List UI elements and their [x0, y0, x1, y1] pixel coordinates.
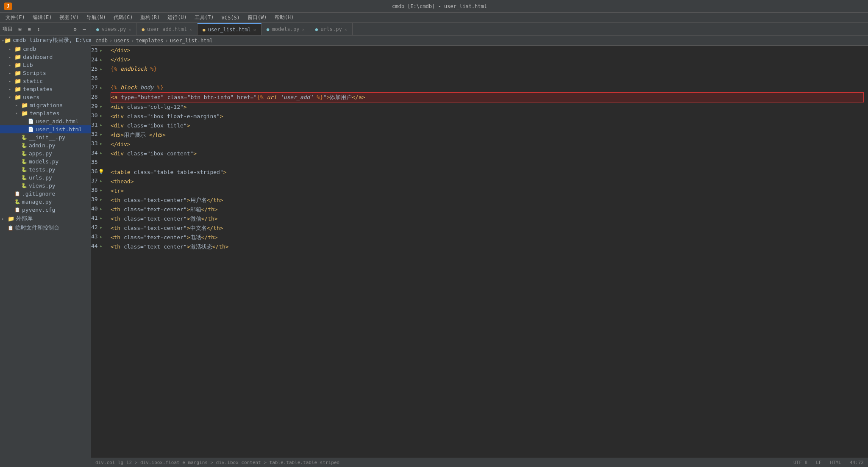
code-line-28: <a type="butten" class="btn btn-info" hr… [111, 92, 864, 102]
sidebar-item-templates[interactable]: ▸📁templates [0, 85, 91, 93]
status-bar: div.col-lg-12 > div.ibox.float-e-margins… [91, 458, 868, 467]
menu-item-文件[interactable]: 文件(F) [2, 13, 28, 22]
line-numbers: 2324252627282930313233343536373839404142… [91, 46, 98, 458]
sidebar-item-__init__.py[interactable]: 🐍__init__.py [0, 133, 91, 141]
gutter-icon-25: ▶ [98, 64, 105, 74]
gutter-icon-42: ▶ [98, 223, 105, 232]
line-number-36: 36 [91, 167, 98, 176]
gutter-icon-23: ▶ [98, 46, 105, 55]
menu-item-编辑[interactable]: 编辑(E) [29, 13, 56, 22]
sidebar-item-scratch[interactable]: 📋临时文件和控制台 [0, 223, 91, 232]
menu-bar: 文件(F)编辑(E)视图(V)导航(N)代码(C)重构(R)运行(U)工具(T)… [0, 13, 868, 23]
sidebar-item-apps.py[interactable]: 🐍apps.py [0, 149, 91, 158]
line-number-29: 29 [91, 102, 98, 111]
tab-close-user_add.html[interactable]: ✕ [189, 27, 192, 32]
gutter-icon-40: ▶ [98, 204, 105, 213]
sidebar-item-cmdb[interactable]: ▸📁cmdb [0, 45, 91, 53]
menu-item-导航[interactable]: 导航(N) [83, 13, 109, 22]
line-number-41: 41 [91, 213, 98, 223]
tab-close-views.py[interactable]: ✕ [128, 27, 131, 32]
tab-views.py[interactable]: ●views.py✕ [91, 23, 136, 35]
sidebar-item-users[interactable]: ▾📁users [0, 93, 91, 101]
tree-label: apps.py [29, 150, 52, 157]
sidebar-item-views.py[interactable]: 🐍views.py [0, 182, 91, 190]
sidebar-settings-btn[interactable]: ⚙ [71, 25, 79, 33]
line-number-27: 27 [91, 83, 98, 92]
sidebar-btn-3[interactable]: ↕ [35, 25, 42, 33]
line-number-35: 35 [91, 158, 98, 167]
code-line-25: {% endblock %} [111, 64, 864, 74]
tree-label: static [23, 78, 43, 84]
sidebar-item-user_add.html[interactable]: 📄user_add.html [0, 117, 91, 125]
sidebar-item-cmdb-root[interactable]: ▾📁cmdb library根目录, E:\cmdb [0, 36, 91, 45]
line-number-32: 32 [91, 130, 98, 139]
sidebar-item-models.py[interactable]: 🐍models.py [0, 158, 91, 166]
menu-item-视图[interactable]: 视图(V) [56, 13, 82, 22]
right-panel: ●views.py✕●user_add.html✕●user_list.html… [91, 23, 868, 467]
menu-item-窗口[interactable]: 窗口(W) [244, 13, 270, 22]
sidebar-minimize-btn[interactable]: — [81, 25, 88, 33]
code-line-40: <th class="text-center">邮箱</th> [111, 205, 864, 214]
tree-label: pyvenv.cfg [22, 207, 55, 213]
line-number-30: 30 [91, 111, 98, 120]
line-number-43: 43 [91, 232, 98, 241]
code-content[interactable]: </div> </div>{% endblock %} {% block bod… [106, 46, 868, 458]
menu-item-VCS[interactable]: VCS(S) [218, 14, 243, 22]
menu-item-代码[interactable]: 代码(C) [110, 13, 136, 22]
sidebar-item-dashboard[interactable]: ▸📁dashboard [0, 53, 91, 61]
sidebar-item-static[interactable]: ▸📁static [0, 77, 91, 85]
sidebar-item-admin.py[interactable]: 🐍admin.py [0, 141, 91, 149]
tab-close-models.py[interactable]: ✕ [302, 27, 305, 32]
tree-label: dashboard [23, 54, 53, 60]
window-title: cmdb [E:\cmdb] - user_list.html [15, 3, 864, 9]
sidebar-btn-2[interactable]: ≡ [25, 25, 33, 33]
sidebar-item-external-libs[interactable]: ▸📁外部库 [0, 214, 91, 223]
tab-user_add.html[interactable]: ●user_add.html✕ [136, 23, 198, 35]
title-bar: J cmdb [E:\cmdb] - user_list.html [0, 0, 868, 13]
tree-label: views.py [29, 182, 56, 189]
tab-label: user_list.html [208, 27, 251, 33]
tab-user_list.html[interactable]: ●user_list.html✕ [198, 23, 262, 35]
tab-urls.py[interactable]: ●urls.py✕ [310, 23, 353, 35]
breadcrumb: cmdb › users › templates › user_list.htm… [91, 36, 868, 46]
code-line-24: </div> [111, 55, 864, 64]
line-number-42: 42 [91, 223, 98, 232]
sidebar-item-user_list.html[interactable]: 📄user_list.html [0, 125, 91, 133]
sidebar-item-pyvenv.cfg[interactable]: 📋pyvenv.cfg [0, 206, 91, 214]
menu-item-运行[interactable]: 运行(U) [164, 13, 190, 22]
sidebar-btn-1[interactable]: ⊞ [16, 25, 24, 33]
gutter-icon-34: ▶ [98, 148, 105, 158]
tab-close-user_list.html[interactable]: ✕ [253, 28, 256, 32]
line-number-34: 34 [91, 148, 98, 158]
code-line-33: </div> [111, 140, 864, 149]
sidebar-item-migrations[interactable]: ▸📁migrations [0, 101, 91, 109]
sidebar-item-tests.py[interactable]: 🐍tests.py [0, 166, 91, 174]
tree-label: user_add.html [36, 118, 79, 124]
tree-label: models.py [29, 158, 58, 165]
sidebar-item-manage.py[interactable]: 🐍manage.py [0, 198, 91, 206]
sidebar-toolbar: 项目 ⊞ ≡ ↕ ⚙ — [0, 23, 91, 36]
gutter-icon-39: ▶ [98, 195, 105, 204]
sidebar-item-users-templates[interactable]: ▾📁templates [0, 109, 91, 117]
breadcrumb-part-3: user_list.html [170, 38, 213, 44]
sidebar-item-Scripts[interactable]: ▸📁Scripts [0, 69, 91, 77]
code-line-38: <tr> [111, 186, 864, 196]
menu-item-工具[interactable]: 工具(T) [191, 13, 217, 22]
menu-item-重构[interactable]: 重构(R) [137, 13, 163, 22]
code-line-29: <div class="col-lg-12"> [111, 102, 864, 112]
tab-models.py[interactable]: ●models.py✕ [262, 23, 310, 35]
line-number-38: 38 [91, 185, 98, 195]
tree-label: migrations [30, 102, 63, 108]
tab-close-urls.py[interactable]: ✕ [345, 27, 347, 32]
tree-label: templates [23, 86, 53, 92]
sidebar-item-Lib[interactable]: ▸📁Lib [0, 61, 91, 69]
code-line-35 [111, 158, 864, 168]
menu-item-帮助[interactable]: 帮助(H) [271, 13, 298, 22]
app-icon: J [4, 3, 12, 10]
gutter-icon-35 [98, 158, 105, 167]
line-number-23: 23 [91, 46, 98, 55]
sidebar-item-.gitignore[interactable]: 📋.gitignore [0, 190, 91, 198]
code-line-31: <div class="ibox-title"> [111, 121, 864, 130]
code-line-37: <thead> [111, 177, 864, 186]
sidebar-item-urls.py[interactable]: 🐍urls.py [0, 174, 91, 182]
